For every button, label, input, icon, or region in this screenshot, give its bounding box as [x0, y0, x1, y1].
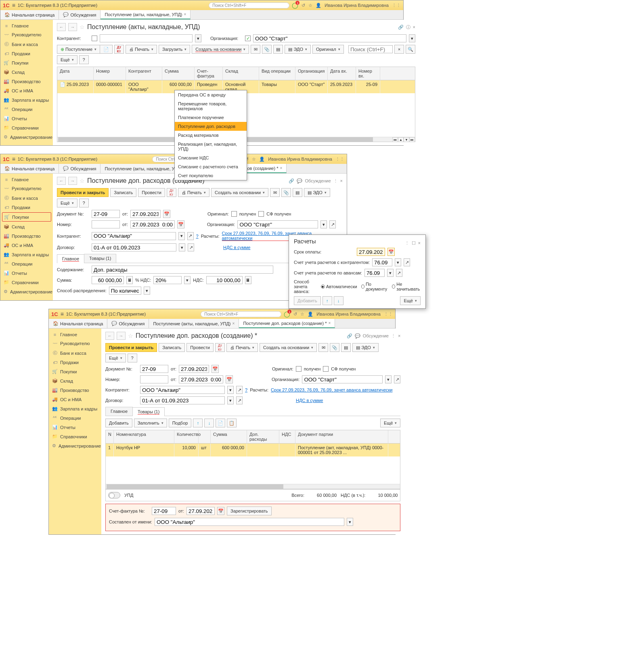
- menu-item[interactable]: Списание НДС: [175, 153, 247, 162]
- sidebar-item-7[interactable]: 🚚ОС и НМА: [0, 86, 53, 95]
- vat-input[interactable]: [206, 276, 243, 284]
- tab-discussions[interactable]: 💬Обсуждения: [59, 164, 101, 173]
- help-link[interactable]: ?: [196, 234, 199, 239]
- col-header[interactable]: Номер: [94, 67, 126, 80]
- create-based-button[interactable]: Создать на основании▾: [211, 188, 268, 197]
- post-button[interactable]: Провести: [138, 188, 165, 197]
- external-icon[interactable]: ↗: [394, 375, 400, 383]
- org-filter-check[interactable]: ✓: [245, 36, 251, 41]
- down-icon[interactable]: ↓: [204, 419, 214, 427]
- fill-button[interactable]: Заполнить▾: [134, 419, 167, 427]
- col-header[interactable]: НДС: [279, 430, 295, 443]
- back-button[interactable]: ←: [57, 23, 66, 31]
- menu-item[interactable]: Расход материалов: [175, 131, 247, 140]
- col-header[interactable]: Номер вх.: [356, 67, 380, 80]
- edo-button[interactable]: ▤ ЭДО▾: [285, 45, 311, 54]
- sidebar-item-6[interactable]: 🏭Производство: [0, 231, 53, 241]
- sidebar-item-10[interactable]: 📊Отчеты: [0, 268, 53, 278]
- register-button[interactable]: Зарегистрировать: [227, 507, 272, 515]
- global-search[interactable]: Поиск Ctrl+Shift+F: [209, 2, 289, 8]
- envelope-icon[interactable]: ✉: [270, 188, 280, 197]
- sidebar-item-5[interactable]: 📦Склад: [0, 67, 53, 77]
- radio-auto[interactable]: Автоматически: [321, 284, 357, 289]
- attach-icon[interactable]: 📎: [330, 343, 339, 352]
- copy-icon[interactable]: 📄: [216, 419, 225, 427]
- archive-icon[interactable]: ▤: [341, 343, 351, 352]
- col-header[interactable]: Дата вх.: [328, 67, 356, 80]
- doc-num-input[interactable]: [140, 365, 168, 373]
- sidebar-item-8[interactable]: 👥Зарплата и кадры: [49, 404, 101, 413]
- grid-row[interactable]: 1Ноутбук HP10,000шт600 000,00Поступление…: [106, 444, 400, 456]
- tab-home[interactable]: 🏠Начальная страница: [49, 319, 107, 328]
- link-icon[interactable]: 🔗: [289, 178, 294, 184]
- dropdown-icon[interactable]: ▾: [227, 386, 234, 394]
- dropdown-icon[interactable]: ▾: [195, 34, 201, 42]
- sidebar-item-0[interactable]: ≡Главное: [0, 21, 53, 30]
- edo-button[interactable]: ▤ ЭДО▾: [304, 188, 330, 197]
- dropdown-icon[interactable]: ▾: [409, 34, 415, 42]
- calendar-icon[interactable]: 📅: [387, 248, 395, 256]
- dropdown-icon[interactable]: ▾: [184, 276, 191, 284]
- star-icon[interactable]: ☆: [300, 312, 304, 317]
- col-header[interactable]: Документ партии: [295, 430, 388, 443]
- sidebar-item-9[interactable]: ᴬᴷОперации: [49, 413, 101, 423]
- back-button[interactable]: ←: [105, 332, 114, 340]
- notification-icon[interactable]: ◯1: [292, 2, 298, 8]
- contract-input[interactable]: [140, 396, 225, 404]
- tab-home[interactable]: 🏠Начальная страница: [0, 10, 59, 19]
- history-icon[interactable]: ↺: [293, 312, 297, 317]
- received-check[interactable]: [231, 211, 237, 217]
- dropdown-icon[interactable]: ▾: [178, 232, 185, 240]
- forward-button[interactable]: →: [117, 332, 126, 340]
- create-based-button[interactable]: Создать на основании▾: [192, 45, 249, 54]
- print-button[interactable]: 🖨 Печать▾: [178, 188, 209, 197]
- menu-item[interactable]: Поступление доп. расходов: [175, 122, 247, 131]
- sidebar-item-7[interactable]: 🚚ОС и НМА: [0, 241, 53, 250]
- col-header[interactable]: Доп. расходы: [247, 430, 279, 443]
- edo-button[interactable]: ▤ ЭДО▾: [352, 343, 379, 352]
- attach-icon[interactable]: 📎: [281, 188, 291, 197]
- col-header[interactable]: Сумма: [211, 430, 247, 443]
- sidebar-item-9[interactable]: ᴬᴷОперации: [0, 105, 53, 114]
- close-icon[interactable]: ×: [280, 166, 282, 170]
- sidebar-item-6[interactable]: 🏭Производство: [0, 77, 53, 86]
- menu-item[interactable]: Списание с расчетного счета: [175, 162, 247, 171]
- load-button[interactable]: Загрузить▾: [159, 45, 190, 54]
- menu-item[interactable]: Платежное поручение: [175, 113, 247, 122]
- settings-icon[interactable]: ⋮⋮: [384, 312, 393, 317]
- vat-pct-input[interactable]: [153, 276, 182, 284]
- col-header[interactable]: Контрагент: [126, 67, 162, 80]
- attach-icon[interactable]: 📎: [262, 45, 272, 54]
- star-icon[interactable]: ☆: [308, 3, 312, 8]
- receipt-copy-button[interactable]: 📄: [100, 45, 113, 54]
- menu-icon[interactable]: ≡: [12, 156, 15, 162]
- tab-home[interactable]: 🏠Начальная страница: [0, 164, 59, 173]
- settings-icon[interactable]: ⋮⋮: [335, 157, 344, 162]
- link-icon[interactable]: 🔗: [347, 333, 352, 339]
- history-icon[interactable]: ↺: [302, 3, 305, 8]
- forward-button[interactable]: →: [68, 23, 77, 31]
- sidebar-item-2[interactable]: ⓒБанк и касса: [0, 193, 53, 203]
- sidebar-item-4[interactable]: 🛒Покупки: [49, 367, 101, 376]
- sf-received-check[interactable]: [323, 366, 329, 372]
- external-icon[interactable]: ↗: [236, 386, 243, 394]
- tab-discussions[interactable]: 💬Обсуждения: [59, 10, 101, 19]
- discussion-icon[interactable]: 💬: [355, 333, 360, 339]
- add-button[interactable]: Добавить: [105, 419, 132, 427]
- favorite-icon[interactable]: ☆: [80, 178, 85, 184]
- sidebar-item-7[interactable]: 🚚ОС и НМА: [49, 395, 101, 404]
- help-button[interactable]: ?: [79, 55, 89, 64]
- received-check[interactable]: [296, 366, 302, 372]
- counterparty-filter-check[interactable]: [92, 36, 97, 41]
- forward-button[interactable]: →: [68, 177, 77, 185]
- dropdown-icon[interactable]: ▾: [347, 518, 353, 526]
- dt-kt-icon[interactable]: ДтКт: [215, 343, 225, 352]
- help-button[interactable]: ?: [79, 199, 89, 207]
- sidebar-item-5[interactable]: 📦Склад: [49, 376, 101, 385]
- user-icon[interactable]: 👤: [316, 3, 321, 8]
- link-icon[interactable]: 🔗: [398, 25, 404, 30]
- menu-item[interactable]: Реализация (акт, накладная, УПД): [175, 140, 247, 153]
- col-header[interactable]: Дата: [57, 67, 94, 80]
- menu-item[interactable]: Передача ОС в аренду: [175, 90, 247, 99]
- counterparty-filter-input[interactable]: [100, 34, 193, 42]
